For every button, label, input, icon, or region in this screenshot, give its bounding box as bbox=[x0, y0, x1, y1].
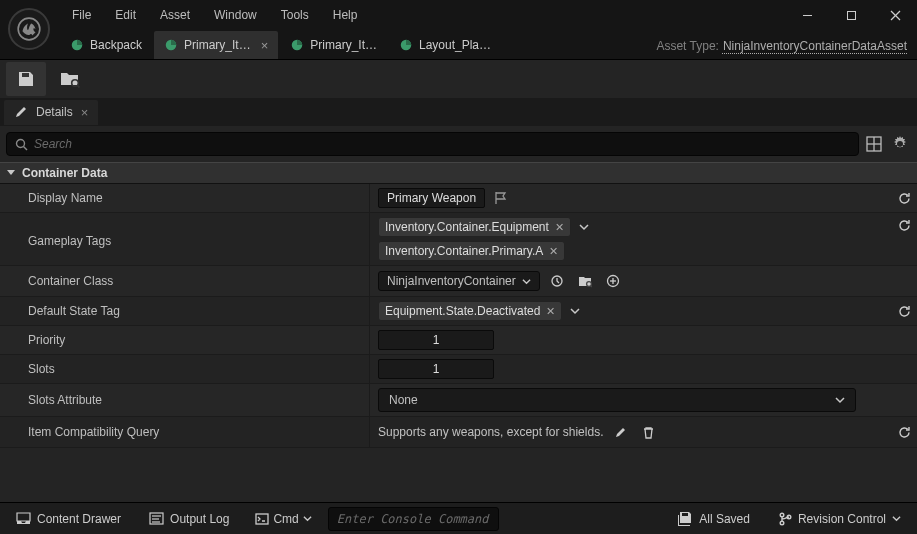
clear-query-icon[interactable] bbox=[637, 421, 659, 443]
container-class-combo[interactable]: NinjaInventoryContainer bbox=[378, 271, 540, 291]
slots-input[interactable]: 1 bbox=[378, 359, 494, 379]
class-value: NinjaInventoryContainer bbox=[387, 274, 516, 288]
state-tag-chip[interactable]: Equipment.State.Deactivated ✕ bbox=[378, 301, 562, 321]
tag-chip-equipment[interactable]: Inventory.Container.Equipment ✕ bbox=[378, 217, 571, 237]
reset-button[interactable] bbox=[891, 417, 917, 447]
tag-expand-icon[interactable] bbox=[568, 306, 582, 316]
document-tabs: Backpack Primary_It… × Primary_It… Layou… bbox=[0, 30, 917, 60]
use-selected-icon[interactable] bbox=[546, 270, 568, 292]
content-drawer-label: Content Drawer bbox=[37, 512, 121, 526]
cmd-dropdown[interactable]: Cmd bbox=[247, 507, 319, 531]
window-controls bbox=[785, 0, 917, 30]
all-saved-button[interactable]: All Saved bbox=[667, 507, 760, 531]
tag-remove-icon[interactable]: ✕ bbox=[549, 245, 558, 258]
details-tab-row: Details × bbox=[0, 98, 917, 126]
label-priority: Priority bbox=[0, 326, 370, 354]
tag-chip-primary[interactable]: Inventory.Container.Primary.A ✕ bbox=[378, 241, 565, 261]
menu-tools[interactable]: Tools bbox=[269, 2, 321, 28]
localize-flag-icon[interactable] bbox=[491, 192, 513, 204]
label-display-name: Display Name bbox=[0, 184, 370, 212]
tab-close-icon[interactable]: × bbox=[261, 38, 269, 53]
reset-spacer bbox=[891, 355, 917, 383]
tab-label: Backpack bbox=[90, 38, 142, 52]
tag-remove-icon[interactable]: ✕ bbox=[555, 221, 564, 234]
svg-line-12 bbox=[24, 146, 28, 150]
tab-primary-2[interactable]: Primary_It… bbox=[280, 31, 387, 59]
label-slots: Slots bbox=[0, 355, 370, 383]
menu-asset[interactable]: Asset bbox=[148, 2, 202, 28]
search-box[interactable] bbox=[6, 132, 859, 156]
property-matrix-icon[interactable] bbox=[863, 133, 885, 155]
all-saved-label: All Saved bbox=[699, 512, 750, 526]
save-button[interactable] bbox=[6, 62, 46, 96]
reset-spacer bbox=[891, 266, 917, 296]
branch-icon bbox=[778, 512, 792, 526]
reset-button[interactable] bbox=[891, 213, 917, 265]
edit-query-icon[interactable] bbox=[609, 421, 631, 443]
output-log-button[interactable]: Output Log bbox=[139, 507, 239, 531]
tab-label: Layout_Pla… bbox=[419, 38, 491, 52]
category-header-container-data[interactable]: Container Data bbox=[0, 162, 917, 184]
reset-button[interactable] bbox=[891, 184, 917, 212]
tag-text: Inventory.Container.Primary.A bbox=[385, 244, 543, 258]
asset-type-prefix: Asset Type: bbox=[656, 39, 718, 53]
menu-bar: File Edit Asset Window Tools Help bbox=[0, 0, 917, 30]
terminal-icon bbox=[255, 513, 269, 525]
svg-point-28 bbox=[780, 521, 784, 525]
menu-file[interactable]: File bbox=[60, 2, 103, 28]
chevron-down-icon bbox=[835, 395, 845, 405]
row-priority: Priority 1 bbox=[0, 326, 917, 355]
tab-backpack[interactable]: Backpack bbox=[60, 31, 152, 59]
asset-type-label: Asset Type: NinjaInventoryContainerDataA… bbox=[646, 33, 917, 59]
console-command-input[interactable] bbox=[328, 507, 499, 531]
minimize-button[interactable] bbox=[785, 0, 829, 30]
drawer-icon bbox=[16, 512, 31, 525]
data-asset-icon bbox=[164, 38, 178, 52]
close-button[interactable] bbox=[873, 0, 917, 30]
slots-attribute-combo[interactable]: None bbox=[378, 388, 856, 412]
svg-line-10 bbox=[77, 85, 79, 87]
revision-control-button[interactable]: Revision Control bbox=[768, 507, 911, 531]
search-icon bbox=[15, 138, 28, 151]
details-search-row bbox=[0, 126, 917, 162]
row-container-class: Container Class NinjaInventoryContainer bbox=[0, 266, 917, 297]
content-drawer-button[interactable]: Content Drawer bbox=[6, 507, 131, 531]
settings-icon[interactable] bbox=[889, 133, 911, 155]
details-tab-close-icon[interactable]: × bbox=[81, 105, 89, 120]
priority-input[interactable]: 1 bbox=[378, 330, 494, 350]
create-new-icon[interactable] bbox=[602, 270, 624, 292]
browse-to-icon[interactable] bbox=[574, 270, 596, 292]
display-name-input[interactable]: Primary Weapon bbox=[378, 188, 485, 208]
tab-layout[interactable]: Layout_Pla… bbox=[389, 31, 501, 59]
maximize-button[interactable] bbox=[829, 0, 873, 30]
svg-line-18 bbox=[591, 286, 592, 287]
expand-triangle-icon bbox=[6, 168, 16, 178]
row-gameplay-tags: Gameplay Tags Inventory.Container.Equipm… bbox=[0, 213, 917, 266]
browse-button[interactable] bbox=[50, 62, 90, 96]
menu-edit[interactable]: Edit bbox=[103, 2, 148, 28]
log-icon bbox=[149, 512, 164, 525]
asset-type-link[interactable]: NinjaInventoryContainerDataAsset bbox=[723, 39, 907, 53]
tag-remove-icon[interactable]: ✕ bbox=[546, 305, 555, 318]
search-input[interactable] bbox=[34, 137, 850, 151]
category-label: Container Data bbox=[22, 166, 107, 180]
menu-window[interactable]: Window bbox=[202, 2, 269, 28]
svg-rect-2 bbox=[847, 11, 855, 19]
reset-button[interactable] bbox=[891, 297, 917, 325]
tag-expand-icon[interactable] bbox=[577, 222, 591, 232]
tab-primary-active[interactable]: Primary_It… × bbox=[154, 31, 278, 59]
save-stack-icon bbox=[677, 512, 693, 526]
pencil-icon bbox=[14, 105, 28, 119]
row-slots-attribute: Slots Attribute None bbox=[0, 384, 917, 417]
tab-label: Primary_It… bbox=[184, 38, 251, 52]
tag-text: Inventory.Container.Equipment bbox=[385, 220, 549, 234]
reset-spacer bbox=[891, 384, 917, 416]
details-tab[interactable]: Details × bbox=[4, 100, 98, 125]
svg-point-11 bbox=[17, 139, 25, 147]
unreal-logo-icon bbox=[8, 8, 50, 50]
tab-label: Primary_It… bbox=[310, 38, 377, 52]
data-asset-icon bbox=[399, 38, 413, 52]
label-container-class: Container Class bbox=[0, 266, 370, 296]
menu-help[interactable]: Help bbox=[321, 2, 370, 28]
revision-control-label: Revision Control bbox=[798, 512, 886, 526]
